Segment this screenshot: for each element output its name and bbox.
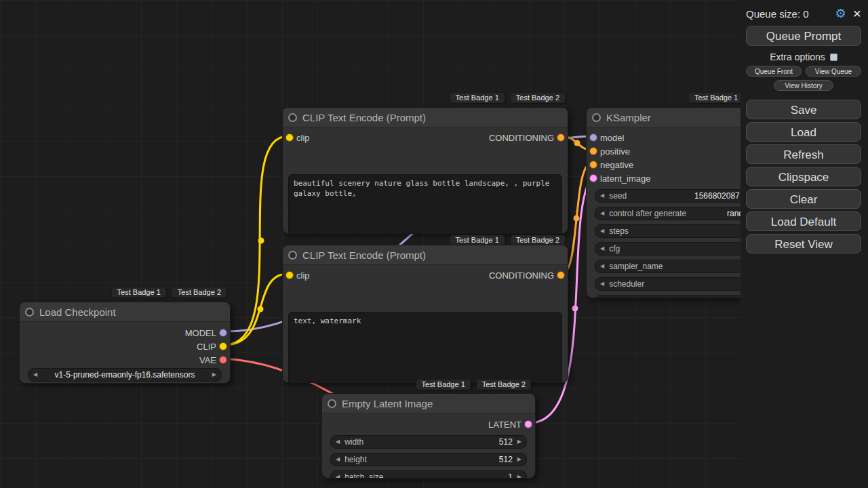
input-label: latent_image: [600, 174, 650, 184]
collapse-dot-icon[interactable]: [25, 308, 34, 317]
node-load-checkpoint[interactable]: Test Badge 1 Test Badge 2 Load Checkpoin…: [19, 302, 231, 384]
increment-arrow-icon[interactable]: ▶: [513, 436, 526, 448]
node-badges: Test Badge 1 Test Badge 2: [450, 93, 565, 103]
widget-denoise[interactable]: ◀ denoise: [595, 295, 762, 298]
decrement-arrow-icon[interactable]: ◀: [595, 243, 609, 255]
load-button[interactable]: Load: [746, 122, 861, 142]
collapse-dot-icon[interactable]: [288, 113, 297, 122]
decrement-arrow-icon[interactable]: ◀: [331, 453, 344, 466]
output-row-latent: LATENT: [322, 418, 535, 431]
node-clip-text-encode-positive[interactable]: Test Badge 1 Test Badge 2 CLIP Text Enco…: [282, 107, 568, 234]
node-clip-text-encode-negative[interactable]: Test Badge 1 Test Badge 2 CLIP Text Enco…: [282, 245, 568, 383]
port-vae-output[interactable]: [219, 356, 227, 364]
port-clip-output[interactable]: [219, 342, 227, 350]
collapse-dot-icon[interactable]: [592, 113, 601, 122]
widget-value: 512: [499, 455, 513, 464]
save-button[interactable]: Save: [746, 100, 861, 119]
node-title-bar[interactable]: CLIP Text Encode (Prompt): [283, 108, 568, 127]
decrement-arrow-icon[interactable]: ◀: [331, 471, 344, 479]
widget-label: batch_size: [344, 472, 383, 479]
graph-canvas[interactable]: Test Badge 1 Test Badge 2 Load Checkpoin…: [0, 0, 868, 488]
reset-view-button[interactable]: Reset View: [746, 234, 861, 253]
node-box[interactable]: KSampler model positive negative latent: [586, 107, 762, 298]
wire-clip-positive: [224, 136, 288, 345]
widget-steps[interactable]: ◀ steps: [595, 224, 762, 238]
port-model-input[interactable]: [589, 134, 597, 142]
prompt-textarea[interactable]: text, watermark: [288, 312, 562, 383]
widget-sampler-name[interactable]: ◀ sampler_name: [595, 260, 762, 273]
decrement-arrow-icon[interactable]: ◀: [595, 190, 609, 202]
increment-arrow-icon[interactable]: ▶: [513, 471, 526, 479]
decrement-arrow-icon[interactable]: ◀: [595, 260, 609, 272]
node-title-bar[interactable]: Load Checkpoint: [20, 302, 230, 322]
node-box[interactable]: CLIP Text Encode (Prompt) clip CONDITION…: [282, 245, 568, 383]
link-dot: [572, 306, 578, 312]
output-row-vae: VAE: [20, 353, 230, 367]
ckpt-name-widget[interactable]: ◀ v1-5-pruned-emaonly-fp16.safetensors ▶: [28, 368, 222, 382]
node-ksampler[interactable]: Test Badge 1 Test Badge 2 KSampler model…: [586, 107, 762, 298]
node-title-bar[interactable]: Empty Latent Image: [322, 394, 535, 413]
node-box[interactable]: Empty Latent Image LATENT ◀ width 512 ▶ …: [321, 393, 536, 479]
output-label: VAE: [199, 355, 216, 365]
link-dot: [258, 238, 264, 244]
test-badge-1: Test Badge 1: [416, 380, 471, 390]
extra-options-checkbox[interactable]: [830, 54, 837, 61]
decrement-arrow-icon[interactable]: ◀: [331, 436, 344, 448]
node-empty-latent-image[interactable]: Test Badge 1 Test Badge 2 Empty Latent I…: [321, 393, 536, 479]
settings-gear-icon[interactable]: ⚙: [835, 6, 846, 21]
node-box[interactable]: CLIP Text Encode (Prompt) clip CONDITION…: [282, 107, 568, 234]
view-history-button[interactable]: View History: [774, 80, 833, 91]
collapse-dot-icon[interactable]: [288, 251, 297, 260]
queue-prompt-button[interactable]: Queue Prompt: [746, 26, 861, 46]
increment-arrow-icon[interactable]: ▶: [513, 453, 526, 466]
widget-height[interactable]: ◀ height 512 ▶: [330, 453, 527, 466]
port-clip-input[interactable]: [285, 271, 294, 279]
close-icon[interactable]: ×: [853, 7, 861, 20]
widget-cfg[interactable]: ◀ cfg: [595, 242, 762, 256]
clipspace-button[interactable]: Clipspace: [746, 167, 861, 186]
prompt-textarea[interactable]: beautiful scenery nature glass bottle la…: [288, 174, 562, 234]
queue-front-button[interactable]: Queue Front: [746, 66, 802, 77]
collapse-dot-icon[interactable]: [328, 399, 336, 408]
output-row-model: MODEL: [20, 326, 230, 340]
port-conditioning-output[interactable]: [557, 271, 565, 279]
node-box[interactable]: Load Checkpoint MODEL CLIP VAE ◀ v1-5-pr: [19, 302, 231, 384]
widget-width[interactable]: ◀ width 512 ▶: [330, 435, 527, 449]
widget-scheduler[interactable]: ◀ scheduler: [595, 277, 762, 291]
port-model-output[interactable]: [219, 329, 227, 337]
extra-options-label: Extra options: [770, 52, 825, 62]
load-default-button[interactable]: Load Default: [746, 211, 861, 231]
link-dot: [258, 306, 264, 312]
node-body: clip CONDITIONING text, watermark: [283, 270, 568, 281]
input-row-negative: negative: [587, 158, 762, 171]
port-latent-output[interactable]: [524, 420, 532, 428]
widget-label: sampler_name: [609, 262, 663, 271]
widget-batch-size[interactable]: ◀ batch_size 1 ▶: [330, 470, 527, 479]
port-positive-input[interactable]: [589, 147, 597, 155]
decrement-arrow-icon[interactable]: ◀: [595, 278, 609, 290]
port-latent-image-input[interactable]: [589, 174, 597, 182]
view-queue-button[interactable]: View Queue: [806, 66, 861, 77]
port-negative-input[interactable]: [589, 161, 597, 169]
widget-label: denoise: [609, 297, 637, 298]
decrement-arrow-icon[interactable]: ◀: [595, 225, 609, 237]
widget-control-after-generate[interactable]: ◀ control after generate randomize: [595, 207, 762, 220]
decrement-arrow-icon[interactable]: ◀: [595, 296, 609, 298]
input-row-positive: positive: [587, 144, 762, 158]
widget-value: 1: [508, 472, 513, 479]
increment-arrow-icon[interactable]: ▶: [208, 369, 221, 381]
port-conditioning-output[interactable]: [557, 134, 565, 142]
input-row-model: model: [587, 131, 762, 144]
decrement-arrow-icon[interactable]: ◀: [595, 207, 609, 220]
queue-size-label: Queue size: 0: [746, 8, 809, 20]
node-title: Empty Latent Image: [342, 398, 433, 409]
node-title-bar[interactable]: KSampler: [587, 108, 762, 127]
node-title-bar[interactable]: CLIP Text Encode (Prompt): [283, 245, 568, 265]
comfy-menu-panel: Queue size: 0 ⚙ × Queue Prompt Extra opt…: [741, 0, 868, 488]
refresh-button[interactable]: Refresh: [746, 144, 861, 164]
decrement-arrow-icon[interactable]: ◀: [28, 369, 42, 381]
widget-seed[interactable]: ◀ seed 1566802087: [595, 189, 762, 203]
queue-actions-row: Queue Front View Queue: [746, 66, 861, 77]
port-clip-input[interactable]: [285, 134, 294, 142]
clear-button[interactable]: Clear: [746, 189, 861, 209]
